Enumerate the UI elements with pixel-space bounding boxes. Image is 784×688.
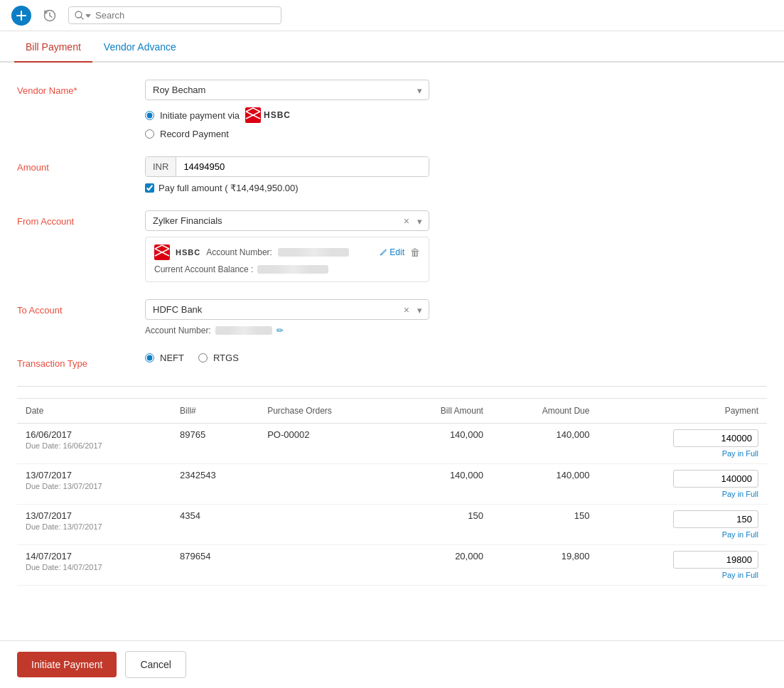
due-date-1: Due Date: 13/07/2017	[26, 482, 163, 490]
from-account-select[interactable]: Zylker Financials	[145, 210, 429, 231]
cell-bill-0: 89765	[171, 424, 259, 464]
account-actions: Edit 🗑	[380, 247, 420, 258]
cell-date-2: 13/07/2017 Due Date: 13/07/2017	[17, 505, 171, 545]
main-container: Bill Payment Vendor Advance Vendor Name*…	[0, 31, 784, 688]
payment-input-3[interactable]	[673, 551, 758, 569]
date-value-3: 14/07/2017	[26, 551, 163, 561]
neft-label: NEFT	[160, 353, 184, 363]
amount-label: Amount	[17, 156, 145, 173]
vendor-row: Vendor Name* Roy Becham ▾ Initiate payme…	[17, 80, 767, 139]
transaction-type-options: NEFT RTGS	[145, 353, 515, 363]
radio-record-payment[interactable]: Record Payment	[145, 129, 515, 139]
edit-account-link[interactable]: Edit	[380, 247, 404, 257]
search-input[interactable]	[95, 10, 275, 21]
top-bar	[0, 0, 784, 31]
col-amount-due: Amount Due	[492, 399, 598, 424]
cell-amount-due-3: 19,800	[492, 545, 598, 586]
svg-marker-5	[85, 14, 91, 18]
cell-payment-2: Pay in Full	[598, 505, 767, 545]
table-row: 16/06/2017 Due Date: 16/06/2017 89765 PO…	[17, 424, 767, 464]
account-number-value	[278, 248, 349, 257]
to-account-clear-icon[interactable]: ×	[404, 304, 409, 316]
vendor-select-wrapper: Roy Becham ▾	[145, 80, 429, 100]
pay-in-full-link-0[interactable]: Pay in Full	[722, 449, 758, 458]
transaction-type-control: NEFT RTGS	[145, 353, 515, 363]
payment-input-1[interactable]	[673, 470, 758, 488]
cell-bill-amount-3: 20,000	[393, 545, 492, 586]
to-account-label: To Account	[17, 299, 145, 316]
tab-vendor-advance[interactable]: Vendor Advance	[92, 31, 188, 63]
from-account-bank-name: HSBC	[176, 248, 200, 257]
footer-bar: Initiate Payment Cancel	[0, 640, 784, 688]
due-date-0: Due Date: 16/06/2017	[26, 441, 163, 450]
rtgs-label: RTGS	[213, 353, 239, 363]
to-account-number-value	[215, 326, 272, 335]
col-bill-amount: Bill Amount	[393, 399, 492, 424]
cell-amount-due-1: 140,000	[492, 464, 598, 505]
table-header-row: Date Bill# Purchase Orders Bill Amount A…	[17, 399, 767, 424]
initiate-payment-button[interactable]: Initiate Payment	[17, 652, 117, 677]
vendor-label: Vendor Name*	[17, 80, 145, 96]
add-button[interactable]	[11, 6, 31, 26]
search-bar[interactable]	[68, 6, 281, 24]
account-number-label: Account Number:	[206, 247, 272, 257]
radio-record-label: Record Payment	[160, 129, 229, 139]
due-date-3: Due Date: 14/07/2017	[26, 563, 163, 571]
radio-neft[interactable]: NEFT	[145, 353, 184, 363]
pay-in-full-link-3[interactable]: Pay in Full	[722, 571, 758, 579]
amount-input[interactable]	[176, 157, 429, 176]
date-value-1: 13/07/2017	[26, 470, 163, 480]
hsbc-bank-name: HSBC	[264, 110, 291, 120]
edit-to-account-icon[interactable]: ✏	[276, 326, 284, 335]
col-date: Date	[17, 399, 171, 424]
pay-full-label: Pay full amount ( ₹14,494,950.00)	[159, 183, 299, 193]
col-payment: Payment	[598, 399, 767, 424]
payment-cell-2: Pay in Full	[606, 510, 758, 539]
pay-full-checkbox-row: Pay full amount ( ₹14,494,950.00)	[145, 183, 515, 193]
to-account-control: HDFC Bank × ▾ Account Number: ✏	[145, 299, 515, 335]
radio-rtgs[interactable]: RTGS	[198, 353, 239, 363]
transaction-type-row: Transaction Type NEFT RTGS	[17, 353, 767, 369]
table-divider	[17, 386, 767, 387]
balance-value	[257, 265, 328, 274]
from-account-row: From Account Zylker Financials × ▾	[17, 210, 767, 282]
radio-initiate-payment[interactable]: Initiate payment via	[145, 107, 515, 123]
payment-cell-3: Pay in Full	[606, 551, 758, 579]
from-account-info-row: HSBC Account Number: Edit 🗑	[154, 244, 420, 260]
date-value-0: 16/06/2017	[26, 429, 163, 440]
history-button[interactable]	[40, 6, 60, 26]
payment-input-0[interactable]	[673, 429, 758, 447]
amount-currency: INR	[146, 157, 176, 176]
delete-account-icon[interactable]: 🗑	[410, 247, 420, 258]
transaction-type-label: Transaction Type	[17, 353, 145, 369]
amount-control: INR Pay full amount ( ₹14,494,950.00)	[145, 156, 515, 193]
cell-bill-amount-2: 150	[393, 505, 492, 545]
vendor-select[interactable]: Roy Becham	[145, 80, 429, 100]
to-account-select-wrapper: HDFC Bank × ▾	[145, 299, 429, 320]
tab-bill-payment[interactable]: Bill Payment	[14, 31, 92, 63]
pay-full-checkbox[interactable]	[145, 183, 154, 193]
form-body: Vendor Name* Roy Becham ▾ Initiate payme…	[0, 63, 784, 586]
from-account-clear-icon[interactable]: ×	[404, 215, 409, 227]
payment-option-group: Initiate payment via	[145, 107, 515, 139]
amount-input-wrapper: INR	[145, 156, 429, 177]
search-filter-button[interactable]	[75, 11, 91, 20]
cancel-button[interactable]: Cancel	[125, 651, 186, 678]
cell-bill-amount-1: 140,000	[393, 464, 492, 505]
hsbc-logo: HSBC	[245, 107, 291, 123]
amount-row: Amount INR Pay full amount ( ₹14,494,950…	[17, 156, 767, 193]
from-account-info-box: HSBC Account Number: Edit 🗑 Current A	[145, 237, 429, 282]
svg-line-4	[81, 17, 84, 20]
cell-payment-1: Pay in Full	[598, 464, 767, 505]
payment-input-2[interactable]	[673, 510, 758, 528]
from-account-select-wrapper: Zylker Financials × ▾	[145, 210, 429, 231]
to-account-select[interactable]: HDFC Bank	[145, 299, 429, 320]
col-bill: Bill#	[171, 399, 259, 424]
table-row: 13/07/2017 Due Date: 13/07/2017 4354 150…	[17, 505, 767, 545]
cell-amount-due-0: 140,000	[492, 424, 598, 464]
pay-in-full-link-1[interactable]: Pay in Full	[722, 490, 758, 498]
cell-po-0: PO-00002	[259, 424, 393, 464]
cell-po-3	[259, 545, 393, 586]
date-value-2: 13/07/2017	[26, 510, 163, 521]
pay-in-full-link-2[interactable]: Pay in Full	[722, 530, 758, 539]
